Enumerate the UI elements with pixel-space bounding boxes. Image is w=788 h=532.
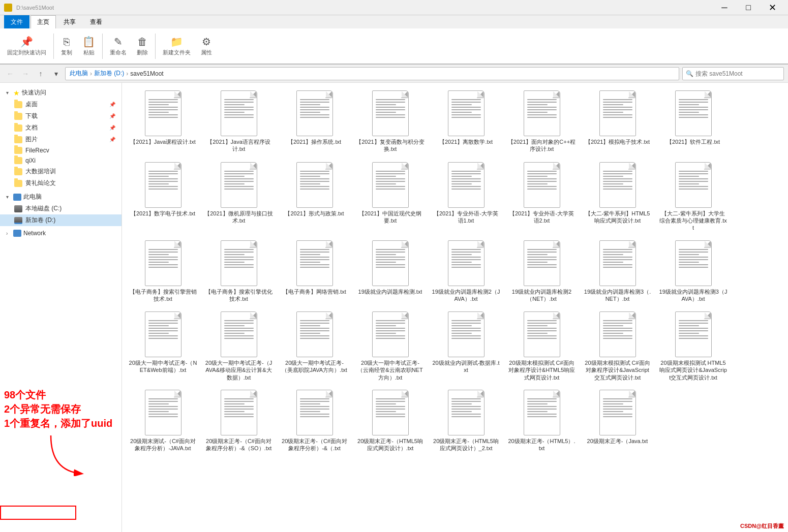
- minimize-button[interactable]: ─: [713, 0, 736, 15]
- file-label: 【2021】形式与政策.txt: [285, 210, 344, 217]
- sidebar-item-bigdata[interactable]: 大数据培训: [0, 166, 122, 177]
- file-label: 【2021】离散数学.txt: [439, 138, 493, 145]
- file-item[interactable]: 20级期末正考-（C#面向对象程序分析）-&（SO）.txt: [202, 386, 276, 456]
- file-item[interactable]: 【2021】面向对象的C++程序设计.txt: [505, 87, 579, 157]
- txt-file-icon: [675, 240, 712, 286]
- txt-file-icon: [372, 311, 409, 357]
- chevron-down-icon: ▾: [6, 194, 11, 200]
- search-input[interactable]: [695, 70, 780, 77]
- file-label: 【2021】微机原理与接口技术.txt: [204, 210, 273, 225]
- sidebar-item-label: 图片: [25, 135, 38, 144]
- file-item[interactable]: 20级就业内训测试-数据库.txt: [429, 308, 503, 384]
- sidebar-item-pictures[interactable]: 图片 📌: [0, 134, 122, 145]
- sidebar-item-label: qiXi: [25, 157, 36, 164]
- rename-button[interactable]: ✎ 重命名: [107, 35, 130, 57]
- breadcrumb[interactable]: 此电脑 › 新加卷 (D:) › save51Moot: [65, 67, 679, 80]
- file-item[interactable]: 20级期末模拟测试 HTML5响应式网页设计&JavaScript交互式网页设计…: [656, 308, 730, 384]
- txt-file-icon: [221, 390, 257, 435]
- txt-file-icon: [448, 90, 484, 136]
- breadcrumb-drive[interactable]: 新加卷 (D:): [94, 69, 124, 78]
- file-item[interactable]: 20级期末模拟测试 C#面向对象程序设计&HTML5响应式网页设计.txt: [505, 308, 579, 384]
- file-item[interactable]: 【2021】离散数学.txt: [429, 87, 503, 157]
- network-header[interactable]: › Network: [0, 228, 122, 238]
- file-label: 20级大一期中考试正考-（美底职院JAVA方向）.txt: [280, 359, 349, 374]
- file-item[interactable]: 【大二-紫牛系列】HTML5响应式网页设计.txt: [581, 159, 654, 235]
- title-path: D:\save51Moot: [16, 5, 54, 11]
- file-item[interactable]: 【电子商务】搜索引擎营销技术.txt: [126, 237, 200, 306]
- sidebar-item-d-drive[interactable]: 新加卷 (D:): [0, 214, 122, 226]
- new-folder-button[interactable]: 📁 新建文件夹: [160, 35, 194, 57]
- file-label: 20级大一期中考试正考-（JAVA&移动应用&云计算&大数据）.txt: [204, 359, 273, 381]
- file-item[interactable]: 【2021】专业外语-大学英语1.txt: [429, 159, 503, 235]
- file-item[interactable]: 20级期末测试-（C#面向对象程序分析）-JAVA.txt: [126, 386, 200, 456]
- file-item[interactable]: 20级期末正考-（Java.txt: [581, 386, 654, 456]
- file-item[interactable]: 【2021】微机原理与接口技术.txt: [202, 159, 276, 235]
- paste-button[interactable]: 📋 粘贴: [79, 35, 98, 57]
- file-item[interactable]: 【2021】Java语言程序设计.txt: [202, 87, 276, 157]
- sidebar-item-thesis[interactable]: 黄礼灿论文: [0, 177, 122, 189]
- drive-d-icon: [14, 217, 22, 224]
- up-button[interactable]: ↑: [35, 68, 47, 80]
- txt-file-icon: [448, 311, 484, 357]
- file-item[interactable]: 20级大一期中考试正考-（美底职院JAVA方向）.txt: [278, 308, 351, 384]
- this-pc-label: 此电脑: [23, 193, 42, 201]
- sidebar-item-c-drive[interactable]: 本地磁盘 (C:): [0, 203, 122, 214]
- txt-file-icon: [448, 390, 484, 435]
- file-label: 【2021】面向对象的C++程序设计.txt: [507, 138, 576, 153]
- txt-file-icon: [448, 162, 484, 208]
- file-item[interactable]: 【2021】数字电子技术.txt: [126, 159, 200, 235]
- quick-access-header[interactable]: ▾ ★ 快速访问: [0, 87, 122, 99]
- tab-view[interactable]: 查看: [83, 15, 109, 28]
- this-pc-header[interactable]: ▾ 此电脑: [0, 191, 122, 203]
- file-item[interactable]: 20级期末正考-（HTML5响应式网页设计）.txt: [353, 386, 427, 456]
- pin-quick-access-button[interactable]: 📌 固定到快速访问: [4, 35, 49, 57]
- file-item[interactable]: 20级大一期中考试正考-（云南经管&云南农职NET方向）.txt: [353, 308, 427, 384]
- sidebar-item-filerecv[interactable]: FileRecv: [0, 145, 122, 155]
- file-item[interactable]: 20级期末正考-（C#面向对象程序分析）-&（.txt: [278, 386, 351, 456]
- recent-button[interactable]: ▾: [50, 68, 62, 80]
- file-item[interactable]: 19级就业内训题库检测3（JAVA）.txt: [656, 237, 730, 306]
- sidebar-item-downloads[interactable]: 下载 📌: [0, 110, 122, 122]
- tab-home[interactable]: 主页: [31, 15, 56, 28]
- file-item[interactable]: 20级期末模拟测试 C#面向对象程序设计&JavaScript交互式网页设计.t…: [581, 308, 654, 384]
- file-item[interactable]: 19级就业内训题库检测3（.NET）.txt: [581, 237, 654, 306]
- file-label: 【电子商务】搜索引擎营销技术.txt: [129, 288, 197, 303]
- back-button[interactable]: ←: [4, 68, 16, 80]
- file-item[interactable]: 【电子商务】网络营销.txt: [278, 237, 351, 306]
- ribbon-content: 📌 固定到快速访问 ⎘ 复制 📋 粘贴 ✎ 重命名 🗑 删除: [0, 28, 788, 64]
- file-item[interactable]: 【2021】专业外语-大学英语2.txt: [505, 159, 579, 235]
- copy-button[interactable]: ⎘ 复制: [58, 35, 75, 57]
- delete-button[interactable]: 🗑 删除: [134, 35, 151, 57]
- txt-file-icon: [372, 162, 409, 208]
- close-button[interactable]: ✕: [761, 0, 784, 15]
- search-icon: 🔍: [686, 70, 693, 77]
- file-item[interactable]: 20级期末正考-（HTML5）.txt: [505, 386, 579, 456]
- file-item[interactable]: 【2021】模拟电子技术.txt: [581, 87, 654, 157]
- sidebar-item-documents[interactable]: 文档 📌: [0, 122, 122, 134]
- forward-button[interactable]: →: [19, 68, 32, 80]
- file-item[interactable]: 【2021】复变函数与积分变换.txt: [353, 87, 427, 157]
- search-bar[interactable]: 🔍: [682, 67, 784, 80]
- sidebar-item-qixi[interactable]: qiXi: [0, 155, 122, 166]
- sidebar-item-desktop[interactable]: 桌面 📌: [0, 99, 122, 110]
- tab-file[interactable]: 文件: [4, 15, 29, 28]
- maximize-button[interactable]: □: [737, 0, 760, 15]
- breadcrumb-pc[interactable]: 此电脑: [70, 69, 88, 78]
- file-item[interactable]: 【2021】操作系统.txt: [278, 87, 351, 157]
- file-item[interactable]: 20级大一期中考试正考-（JAVA&移动应用&云计算&大数据）.txt: [202, 308, 276, 384]
- tab-share[interactable]: 共享: [57, 15, 82, 28]
- file-item[interactable]: 【2021】Java课程设计.txt: [126, 87, 200, 157]
- file-item[interactable]: 【2021】软件工程.txt: [656, 87, 730, 157]
- txt-file-icon: [599, 240, 636, 286]
- file-item[interactable]: 【2021】形式与政策.txt: [278, 159, 351, 235]
- properties-button[interactable]: ⚙ 属性: [198, 35, 215, 57]
- file-item[interactable]: 【大二-紫牛系列】大学生综合素质与心理健康教育.txt: [656, 159, 730, 235]
- file-item[interactable]: 【电子商务】搜索引擎优化技术.txt: [202, 237, 276, 306]
- file-item[interactable]: 【2021】中国近现代史纲要.txt: [353, 159, 427, 235]
- file-item[interactable]: 19级就业内训题库检测2（NET）.txt: [505, 237, 579, 306]
- file-item[interactable]: 20级大一期中考试正考-（NET&Web前端）.txt: [126, 308, 200, 384]
- file-item[interactable]: 19级就业内训题库检测2（JAVA）.txt: [429, 237, 503, 306]
- file-item[interactable]: 19级就业内训题库检测.txt: [353, 237, 427, 306]
- file-item[interactable]: 20级期末正考-（HTML5响应式网页设计）_2.txt: [429, 386, 503, 456]
- quick-access-label: 快速访问: [22, 88, 46, 97]
